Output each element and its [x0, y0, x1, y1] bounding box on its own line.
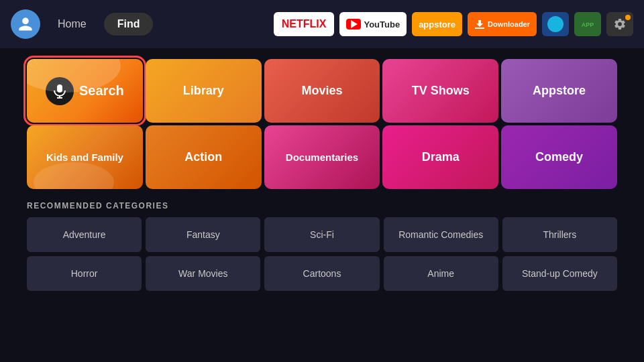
- documentaries-label: Documentaries: [286, 152, 358, 163]
- documentaries-cell[interactable]: Documentaries: [264, 125, 380, 189]
- tvshows-cell[interactable]: TV Shows: [382, 59, 498, 123]
- drama-cell[interactable]: Drama: [382, 125, 498, 189]
- settings-icon: [613, 17, 627, 31]
- categories-grid: Adventure Fantasy Sci-Fi Romantic Comedi…: [27, 217, 617, 291]
- download-icon: [474, 19, 485, 29]
- kodi-icon: [547, 16, 564, 32]
- category-adventure[interactable]: Adventure: [27, 217, 142, 252]
- green-app-icon: APP: [580, 17, 595, 32]
- appstore-app[interactable]: appstore: [412, 12, 462, 36]
- category-fantasy[interactable]: Fantasy: [146, 217, 260, 252]
- svg-rect-3: [57, 84, 62, 93]
- avatar[interactable]: [11, 9, 40, 39]
- drama-label: Drama: [422, 150, 460, 164]
- youtube-label: YouTube: [364, 19, 400, 29]
- library-cell[interactable]: Library: [146, 59, 262, 123]
- movies-label: Movies: [301, 84, 342, 98]
- green-app[interactable]: APP: [574, 12, 601, 36]
- main-grid: Search Library Movies TV Shows Appstore …: [27, 59, 617, 189]
- youtube-icon: [346, 19, 361, 29]
- category-cartoons[interactable]: Cartoons: [264, 256, 379, 291]
- category-war-movies[interactable]: War Movies: [146, 256, 260, 291]
- mic-button[interactable]: [46, 77, 74, 105]
- search-label: Search: [79, 83, 124, 99]
- svg-text:APP: APP: [582, 21, 594, 28]
- comedy-cell[interactable]: Comedy: [501, 125, 617, 189]
- main-grid-area: Search Library Movies TV Shows Appstore …: [0, 48, 644, 189]
- recommended-title: RECOMMENDED CATEGORIES: [27, 201, 617, 210]
- svg-rect-0: [475, 27, 484, 29]
- settings-app[interactable]: [606, 12, 633, 36]
- category-romantic-comedies[interactable]: Romantic Comedies: [384, 217, 498, 252]
- downloader-label: Downloader: [488, 20, 530, 28]
- youtube-app[interactable]: YouTube: [339, 12, 407, 36]
- category-standup-comedy[interactable]: Stand-up Comedy: [502, 256, 617, 291]
- action-label: Action: [184, 150, 222, 164]
- category-thrillers[interactable]: Thrillers: [502, 217, 617, 252]
- header-apps: NETFLIX YouTube appstore Downloader APP: [274, 12, 633, 36]
- appstore-label: Appstore: [533, 84, 586, 98]
- category-anime[interactable]: Anime: [384, 256, 498, 291]
- kids-label: Kids and Family: [42, 151, 127, 164]
- mic-icon: [54, 84, 66, 99]
- kodi-app[interactable]: [542, 12, 569, 36]
- library-label: Library: [183, 84, 224, 98]
- settings-notification-dot: [625, 15, 631, 20]
- netflix-app[interactable]: NETFLIX: [274, 12, 335, 36]
- category-horror[interactable]: Horror: [27, 256, 142, 291]
- tvshows-label: TV Shows: [412, 84, 470, 98]
- action-cell[interactable]: Action: [146, 125, 262, 189]
- kids-cell[interactable]: Kids and Family: [27, 125, 143, 189]
- appstore-cell[interactable]: Appstore: [501, 59, 617, 123]
- nav-home[interactable]: Home: [48, 13, 96, 36]
- search-cell[interactable]: Search: [27, 59, 143, 123]
- header: Home Find NETFLIX YouTube appstore Downl…: [0, 0, 644, 48]
- comedy-label: Comedy: [535, 150, 583, 164]
- movies-cell[interactable]: Movies: [264, 59, 380, 123]
- recommended-section: RECOMMENDED CATEGORIES Adventure Fantasy…: [0, 189, 644, 291]
- category-scifi[interactable]: Sci-Fi: [264, 217, 379, 252]
- downloader-app[interactable]: Downloader: [468, 12, 537, 36]
- nav-find[interactable]: Find: [104, 13, 154, 36]
